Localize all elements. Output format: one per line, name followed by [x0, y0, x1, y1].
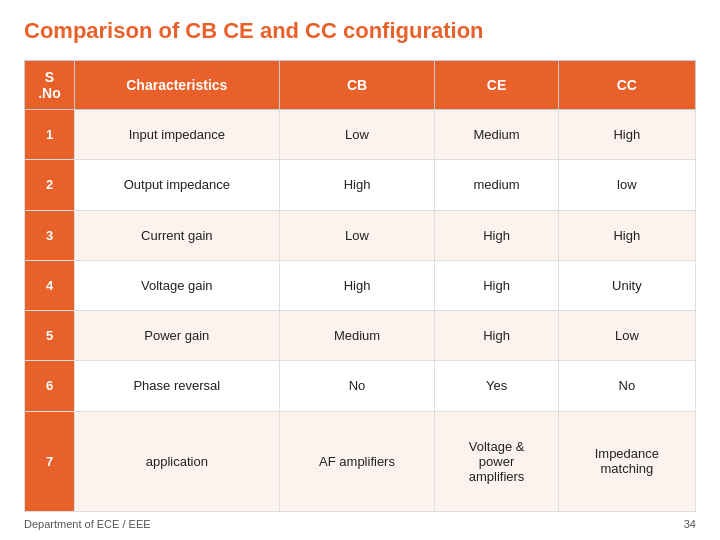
table-cell-2-1: Current gain: [75, 210, 280, 260]
table-cell-4-3: High: [435, 311, 558, 361]
table-row: 7applicationAF amplifiersVoltage & power…: [25, 411, 696, 512]
table-cell-2-0: 3: [25, 210, 75, 260]
table-header-1: Characteristics: [75, 61, 280, 110]
table-cell-5-2: No: [279, 361, 435, 411]
table-cell-5-3: Yes: [435, 361, 558, 411]
table-row: 4Voltage gainHighHighUnity: [25, 260, 696, 310]
table-cell-4-2: Medium: [279, 311, 435, 361]
table-cell-4-0: 5: [25, 311, 75, 361]
table-cell-1-1: Output impedance: [75, 160, 280, 210]
table-cell-5-4: No: [558, 361, 695, 411]
table-header-2: CB: [279, 61, 435, 110]
table-cell-6-1: application: [75, 411, 280, 512]
footer: Department of ECE / EEE 34: [24, 518, 696, 530]
table-body: 1Input impedanceLowMediumHigh2Output imp…: [25, 110, 696, 512]
table-cell-0-3: Medium: [435, 110, 558, 160]
table-cell-0-1: Input impedance: [75, 110, 280, 160]
table-cell-4-1: Power gain: [75, 311, 280, 361]
page-number: 34: [684, 518, 696, 530]
table-row: 5Power gainMediumHighLow: [25, 311, 696, 361]
table-cell-4-4: Low: [558, 311, 695, 361]
table-row: 6Phase reversalNoYesNo: [25, 361, 696, 411]
table-cell-1-0: 2: [25, 160, 75, 210]
table-cell-3-0: 4: [25, 260, 75, 310]
table-cell-2-4: High: [558, 210, 695, 260]
table-cell-3-3: High: [435, 260, 558, 310]
table-cell-0-4: High: [558, 110, 695, 160]
table-row: 1Input impedanceLowMediumHigh: [25, 110, 696, 160]
comparison-table: S .NoCharacteristicsCBCECC 1Input impeda…: [24, 60, 696, 512]
table-cell-2-3: High: [435, 210, 558, 260]
table-cell-2-2: Low: [279, 210, 435, 260]
table-cell-3-4: Unity: [558, 260, 695, 310]
table-cell-6-4: Impedance matching: [558, 411, 695, 512]
table-cell-0-0: 1: [25, 110, 75, 160]
table-cell-5-1: Phase reversal: [75, 361, 280, 411]
table-cell-6-3: Voltage & power amplifiers: [435, 411, 558, 512]
table-cell-0-2: Low: [279, 110, 435, 160]
table-cell-6-0: 7: [25, 411, 75, 512]
table-header-4: CC: [558, 61, 695, 110]
table-cell-6-2: AF amplifiers: [279, 411, 435, 512]
page: Comparison of CB CE and CC configuration…: [0, 0, 720, 540]
table-header-row: S .NoCharacteristicsCBCECC: [25, 61, 696, 110]
table-row: 2Output impedanceHighmediumlow: [25, 160, 696, 210]
table-cell-3-2: High: [279, 260, 435, 310]
table-cell-1-3: medium: [435, 160, 558, 210]
dept-label: Department of ECE / EEE: [24, 518, 151, 530]
table-row: 3Current gainLowHighHigh: [25, 210, 696, 260]
table-cell-1-4: low: [558, 160, 695, 210]
table-header-3: CE: [435, 61, 558, 110]
table-header-0: S .No: [25, 61, 75, 110]
table-cell-5-0: 6: [25, 361, 75, 411]
page-title: Comparison of CB CE and CC configuration: [24, 18, 696, 44]
table-cell-3-1: Voltage gain: [75, 260, 280, 310]
table-cell-1-2: High: [279, 160, 435, 210]
